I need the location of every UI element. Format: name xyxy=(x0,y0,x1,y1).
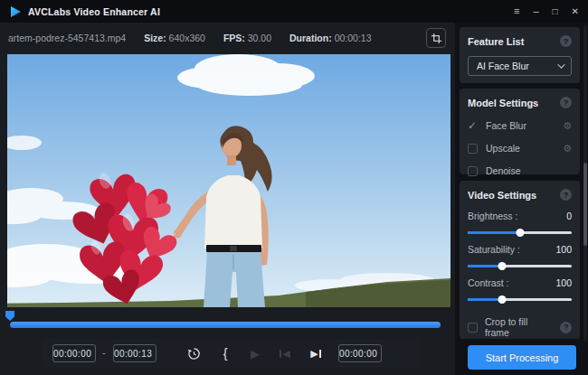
maximize-button[interactable]: □ xyxy=(553,7,558,16)
model-option-denoise[interactable]: Denoise xyxy=(468,165,572,176)
next-frame-button[interactable]: ▶ xyxy=(306,343,326,363)
contrast-slider-thumb[interactable] xyxy=(498,295,506,304)
brace-icon: { xyxy=(223,346,228,361)
gear-icon[interactable]: ⚙ xyxy=(563,121,572,131)
reset-playback-button[interactable] xyxy=(184,343,204,363)
checkbox[interactable] xyxy=(468,144,478,154)
model-settings-help-icon[interactable]: ? xyxy=(560,97,572,108)
feature-select-dropdown[interactable]: AI Face Blur xyxy=(468,56,572,76)
brightness-label: Brightness : xyxy=(468,211,517,221)
brightness-slider[interactable] xyxy=(468,231,572,234)
time-range-dash: - xyxy=(102,347,106,358)
video-preview xyxy=(7,54,450,307)
model-option-label: Denoise xyxy=(486,165,521,176)
saturability-slider[interactable] xyxy=(468,265,572,267)
contrast-label: Contrast : xyxy=(468,277,509,288)
next-frame-bar xyxy=(319,350,321,358)
set-marker-button[interactable]: { xyxy=(215,343,235,363)
video-info-bar: artem-podrez-5457413.mp4 Size: 640x360 F… xyxy=(0,23,455,53)
video-duration: Duration: 00:00:13 xyxy=(289,33,371,43)
checked-icon: ✓ xyxy=(468,121,478,131)
saturability-label: Saturability : xyxy=(468,244,520,255)
timeline-playhead[interactable] xyxy=(5,311,14,321)
transport-bar: - { ▶ ◀ ▶ xyxy=(42,339,420,369)
saturability-slider-thumb[interactable] xyxy=(498,262,506,270)
brightness-value: 0 xyxy=(566,211,572,221)
app-title: AVCLabs Video Enhancer AI xyxy=(28,6,160,17)
timeline-selection-bar[interactable] xyxy=(10,322,441,328)
title-bar: AVCLabs Video Enhancer AI ≡ – □ ✕ xyxy=(0,0,588,23)
restart-icon xyxy=(187,347,201,361)
contrast-slider[interactable] xyxy=(468,298,572,301)
next-frame-icon: ▶ xyxy=(310,348,318,360)
previous-frame-button[interactable]: ◀ xyxy=(275,343,295,363)
video-fps: FPS: 30.00 xyxy=(223,33,271,43)
video-size: Size: 640x360 xyxy=(144,33,205,43)
video-frame-image xyxy=(7,54,450,307)
model-settings-panel: Model Settings ? ✓ Face Blur ⚙ Upscale ⚙… xyxy=(460,89,580,174)
app-window: AVCLabs Video Enhancer AI ≡ – □ ✕ artem-… xyxy=(0,0,588,375)
play-icon: ▶ xyxy=(251,347,260,361)
model-option-label: Face Blur xyxy=(486,120,526,131)
brightness-slider-fill xyxy=(468,231,520,234)
model-option-upscale[interactable]: Upscale ⚙ xyxy=(468,143,572,154)
video-settings-panel: Video Settings ? Brightness : 0 Saturabi… xyxy=(460,181,580,339)
settings-sidebar: Feature List ? AI Face Blur Model Settin… xyxy=(455,23,588,375)
current-time-field[interactable] xyxy=(338,344,382,362)
timeline-track[interactable] xyxy=(10,322,441,328)
saturability-value: 100 xyxy=(555,244,572,255)
app-logo-icon xyxy=(9,5,22,18)
clip-start-time-field[interactable] xyxy=(52,344,96,362)
gear-icon[interactable]: ⚙ xyxy=(563,144,572,154)
checkbox[interactable] xyxy=(468,323,478,333)
crop-icon xyxy=(431,33,442,44)
model-option-face-blur[interactable]: ✓ Face Blur ⚙ xyxy=(468,120,572,131)
prev-frame-bar xyxy=(280,350,281,358)
model-settings-title: Model Settings xyxy=(468,98,538,108)
crop-to-fill-frame-label: Crop to fill frame xyxy=(485,316,553,338)
close-button[interactable]: ✕ xyxy=(572,7,579,16)
play-button[interactable]: ▶ xyxy=(245,343,265,363)
contrast-slider-fill xyxy=(468,298,502,301)
video-settings-title: Video Settings xyxy=(468,190,536,201)
crop-button[interactable] xyxy=(426,28,446,48)
video-settings-help-icon[interactable]: ? xyxy=(560,189,572,201)
prev-frame-icon: ◀ xyxy=(282,348,289,360)
clip-end-time-field[interactable] xyxy=(113,344,156,362)
feature-selected-value: AI Face Blur xyxy=(477,61,529,71)
crop-to-fill-help-icon[interactable]: ? xyxy=(560,322,572,333)
menu-icon[interactable]: ≡ xyxy=(514,6,519,16)
minimize-button[interactable]: – xyxy=(533,6,538,16)
feature-list-panel: Feature List ? AI Face Blur xyxy=(460,27,580,83)
preview-area: artem-podrez-5457413.mp4 Size: 640x360 F… xyxy=(0,23,455,375)
saturability-slider-fill xyxy=(468,265,502,267)
start-processing-button[interactable]: Start Processing xyxy=(468,345,576,370)
contrast-value: 100 xyxy=(555,277,572,288)
feature-list-title: Feature List xyxy=(468,36,524,47)
filename: artem-podrez-5457413.mp4 xyxy=(8,33,126,43)
chevron-down-icon xyxy=(557,61,564,68)
feature-list-help-icon[interactable]: ? xyxy=(560,35,572,47)
sidebar-scrollbar[interactable] xyxy=(583,25,587,342)
checkbox[interactable] xyxy=(468,166,478,176)
scrollbar-thumb[interactable] xyxy=(583,163,587,246)
brightness-slider-thumb[interactable] xyxy=(516,229,524,237)
crop-to-fill-frame-option[interactable]: Crop to fill frame ? xyxy=(468,316,572,338)
model-option-label: Upscale xyxy=(486,143,520,154)
